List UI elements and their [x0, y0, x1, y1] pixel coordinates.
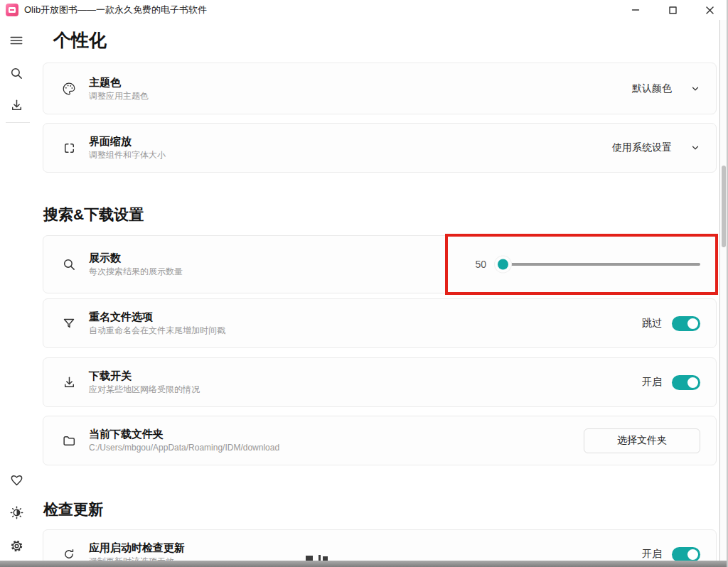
settings-card-duplicate-file: 重名文件选项 自动重命名会在文件末尾增加时间戳 跳过	[43, 298, 717, 348]
settings-card-ui-scale: 界面缩放 调整组件和字体大小 使用系统设置	[43, 123, 717, 173]
setting-title: 重名文件选项	[89, 310, 225, 324]
slider-thumb[interactable]	[498, 259, 508, 270]
sidebar-item-downloads[interactable]	[7, 96, 26, 114]
window-controls	[617, 0, 728, 20]
settings-card-display-count: 展示数 每次搜索结果的展示数量 50	[43, 235, 717, 293]
toggle-state-label: 跳过	[642, 317, 662, 330]
duplicate-file-toggle[interactable]	[672, 316, 700, 331]
setting-subtitle: 调整组件和字体大小	[89, 150, 166, 161]
setting-subtitle: 应对某些地区网络受限的情况	[89, 384, 200, 396]
sidebar-divider	[6, 122, 30, 123]
startup-update-toggle[interactable]	[672, 547, 700, 562]
scrollbar-thumb[interactable]	[722, 166, 726, 247]
slider-value-label: 50	[475, 259, 486, 270]
sidebar-item-favorites[interactable]	[7, 470, 26, 489]
setting-subtitle: 每次搜索结果的展示数量	[89, 266, 183, 278]
download-folder-path: C:/Users/mbgou/AppData/Roaming/IDM/downl…	[89, 443, 279, 454]
section-heading-search-download: 搜索&下载设置	[43, 205, 144, 225]
minimize-icon	[631, 6, 640, 14]
setting-subtitle: 自动重命名会在文件末尾增加时间戳	[89, 325, 225, 337]
settings-card-download-switch: 下载开关 应对某些地区网络受限的情况 开启	[43, 357, 717, 407]
ui-scale-dropdown[interactable]: 使用系统设置	[612, 141, 700, 154]
olib-settings-window: { "colors": { "accent": "#12a7a2", "anno…	[0, 0, 728, 567]
heart-icon	[9, 472, 24, 487]
close-icon	[705, 6, 714, 15]
setting-title: 界面缩放	[89, 134, 166, 148]
setting-title: 当前下载文件夹	[89, 427, 279, 441]
bottom-overlay-bar	[0, 561, 728, 567]
menu-button[interactable]	[7, 31, 26, 50]
maximize-button[interactable]	[654, 0, 691, 20]
setting-title: 展示数	[89, 251, 183, 265]
choose-folder-button[interactable]: 选择文件夹	[584, 428, 700, 453]
display-count-slider[interactable]	[499, 263, 700, 266]
window-title: Olib开放图书——一款永久免费的电子书软件	[24, 4, 207, 16]
scrollbar[interactable]	[719, 20, 727, 561]
folder-icon	[62, 433, 77, 448]
toggle-state-label: 开启	[642, 548, 662, 561]
download-icon	[62, 375, 77, 390]
section-heading-personalization: 个性化	[53, 28, 107, 52]
filter-funnel-icon	[62, 316, 76, 330]
search-icon	[62, 257, 77, 272]
sidebar-item-theme[interactable]	[7, 503, 26, 522]
sidebar-item-settings[interactable]	[7, 536, 26, 555]
refresh-update-icon	[62, 547, 76, 561]
settings-card-download-folder: 当前下载文件夹 C:/Users/mbgou/AppData/Roaming/I…	[43, 416, 717, 465]
section-heading-check-update: 检查更新	[43, 500, 103, 519]
toggle-state-label: 开启	[642, 376, 662, 389]
setting-title: 主题色	[89, 75, 149, 90]
ui-scale-value: 使用系统设置	[612, 141, 672, 154]
nav-sidebar	[0, 20, 37, 567]
chevron-down-icon	[690, 84, 700, 94]
maximize-icon	[668, 6, 678, 15]
setting-title: 下载开关	[89, 369, 200, 383]
settings-card-theme-color: 主题色 调整应用主题色 默认颜色	[43, 63, 717, 114]
search-icon	[9, 66, 24, 81]
download-switch-toggle[interactable]	[672, 375, 700, 390]
download-icon	[9, 98, 24, 113]
chevron-down-icon	[690, 143, 700, 153]
settings-gear-icon	[9, 539, 24, 554]
menu-icon	[9, 33, 24, 48]
setting-subtitle: 调整应用主题色	[89, 91, 149, 102]
theme-color-dropdown[interactable]: 默认颜色	[632, 82, 700, 95]
scale-resize-icon	[62, 141, 77, 156]
setting-title: 应用启动时检查更新	[89, 541, 185, 555]
minimize-button[interactable]	[617, 0, 654, 20]
palette-icon	[61, 81, 77, 97]
display-count-slider-group: 50	[475, 259, 700, 270]
theme-color-value: 默认颜色	[632, 82, 672, 95]
app-logo-icon	[6, 4, 18, 16]
sidebar-item-search[interactable]	[7, 64, 26, 82]
theme-brightness-icon	[9, 505, 24, 520]
titlebar: Olib开放图书——一款永久免费的电子书软件	[0, 0, 728, 20]
close-button[interactable]	[691, 0, 728, 20]
